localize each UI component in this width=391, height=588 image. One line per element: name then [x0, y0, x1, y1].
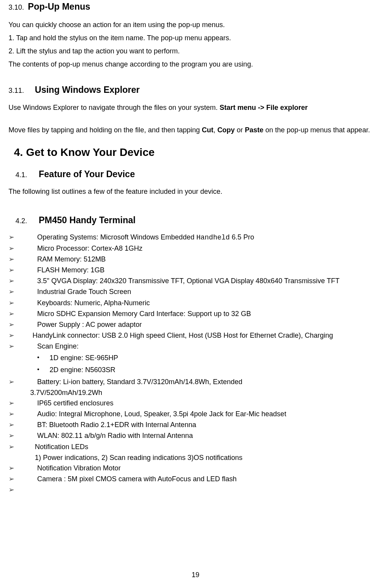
list-item-continuation: 3.7V/5200mAh/19.2Wh — [9, 388, 382, 398]
arrow-icon: ➢ — [9, 320, 37, 330]
arrow-icon: ➢ — [9, 463, 37, 473]
item-text: 1) Power indications, 2) Scan reading in… — [35, 453, 382, 463]
section-number: 3.10. — [9, 2, 24, 13]
list-item: ➢ BT: Bluetooth Radio 2.1+EDR with Inter… — [9, 420, 382, 430]
text: 6.5 Pro — [230, 233, 254, 241]
list-item: ➢ HandyLink connector: USB 2.0 High spee… — [9, 330, 382, 340]
arrow-icon: ➢ — [9, 485, 37, 495]
page-number: 19 — [0, 570, 391, 580]
sub-list-item: • 2D engine: N5603SR — [9, 365, 382, 375]
text: or — [235, 126, 245, 134]
list-item: ➢ Scan Engine: — [9, 341, 382, 351]
item-text: Scan Engine: — [37, 341, 382, 351]
sub-list-item: • 1D engine: SE-965HP — [9, 353, 382, 363]
section-4-2-heading: 4.2. PM450 Handy Terminal — [9, 214, 382, 227]
text: Move files by tapping and holding on the… — [9, 126, 202, 134]
list-item: ➢ Power Supply : AC power adaptor — [9, 320, 382, 330]
item-text: IP65 certified enclosures — [37, 398, 382, 408]
item-text: Battery: Li-ion battery, Standard 3.7V/3… — [37, 377, 382, 387]
item-text: BT: Bluetooth Radio 2.1+EDR with Interna… — [37, 420, 382, 430]
list-item: ➢ RAM Memory: 512MB — [9, 254, 382, 264]
text: Use Windows Explorer to navigate through… — [9, 104, 220, 111]
list-item-continuation: 1) Power indications, 2) Scan reading in… — [9, 453, 382, 463]
paragraph: 2. Lift the stylus and tap the action yo… — [9, 46, 382, 56]
list-item: ➢ Operating Systems: Microsoft Windows E… — [9, 232, 382, 243]
list-item: ➢ Notification Vibration Motor — [9, 463, 382, 473]
arrow-icon: ➢ — [9, 232, 37, 243]
section-title: Pop-Up Menus — [28, 0, 90, 14]
paragraph: You can quickly choose an action for an … — [9, 20, 382, 30]
dot-icon: • — [37, 365, 50, 375]
item-text: Power Supply : AC power adaptor — [37, 320, 382, 330]
section-number: 4. — [14, 144, 23, 161]
section-number: 4.2. — [15, 216, 27, 226]
list-item: ➢ Industrial Grade Touch Screen — [9, 287, 382, 297]
section-number: 3.11. — [9, 85, 24, 96]
arrow-icon: ➢ — [9, 341, 37, 351]
list-item: ➢ Audio: Integral Microphone, Loud, Spea… — [9, 409, 382, 419]
list-item: ➢ Micro Processor: Cortex-A8 1GHz — [9, 243, 382, 253]
paragraph: Move files by tapping and holding on the… — [9, 125, 382, 135]
paragraph: 1. Tap and hold the stylus on the item n… — [9, 33, 382, 43]
item-text: HandyLink connector: USB 2.0 High speed … — [33, 330, 382, 340]
item-text: 2D engine: N5603SR — [50, 365, 382, 375]
item-text: WLAN: 802.11 a/b/g/n Radio with Internal… — [37, 431, 382, 441]
list-item: ➢ Notification LEDs — [9, 442, 382, 452]
list-item-empty: ➢ — [9, 485, 382, 495]
bold-text: Paste — [245, 126, 263, 134]
paragraph: Use Windows Explorer to navigate through… — [9, 103, 382, 113]
arrow-icon: ➢ — [9, 298, 37, 308]
section-3-10-heading: 3.10. Pop-Up Menus — [9, 0, 382, 14]
item-text: Industrial Grade Touch Screen — [37, 287, 382, 297]
item-text: Notification Vibration Motor — [37, 463, 382, 473]
list-item: ➢ Keyboards: Numeric, Alpha-Numeric — [9, 298, 382, 308]
item-text: 3.5" QVGA Display: 240x320 Transmissive … — [33, 276, 382, 286]
arrow-icon: ➢ — [9, 409, 37, 419]
item-text: Audio: Integral Microphone, Loud, Speake… — [37, 409, 382, 419]
list-item: ➢ FLASH Memory: 1GB — [9, 265, 382, 275]
arrow-icon: ➢ — [9, 474, 37, 484]
list-item: ➢ Micro SDHC Expansion Memory Card Inter… — [9, 309, 382, 319]
section-4-1-heading: 4.1. Feature of Your Device — [9, 168, 382, 181]
item-text: FLASH Memory: 1GB — [37, 265, 382, 275]
dot-icon: • — [37, 353, 50, 363]
bold-text: Start menu -> File explorer — [220, 104, 308, 111]
item-text: Camera : 5M pixel CMOS camera with AutoF… — [37, 474, 382, 484]
arrow-icon: ➢ — [9, 431, 37, 441]
paragraph: The following list outlines a few of the… — [9, 186, 382, 197]
section-title: PM450 Handy Terminal — [39, 214, 135, 227]
arrow-icon: ➢ — [9, 265, 37, 275]
list-item: ➢ Camera : 5M pixel CMOS camera with Aut… — [9, 474, 382, 484]
arrow-icon: ➢ — [9, 254, 37, 264]
item-text: Micro Processor: Cortex-A8 1GHz — [37, 243, 382, 253]
arrow-icon: ➢ — [9, 309, 37, 319]
text: on the pop-up menus that appear. — [263, 126, 370, 134]
item-text: RAM Memory: 512MB — [37, 254, 382, 264]
bold-text: Cut — [202, 126, 213, 134]
item-text: Keyboards: Numeric, Alpha-Numeric — [37, 298, 382, 308]
section-title: Using Windows Explorer — [35, 83, 140, 97]
bold-text: Copy — [217, 126, 235, 134]
item-text: Operating Systems: Microsoft Windows Emb… — [37, 232, 382, 243]
arrow-icon: ➢ — [9, 330, 33, 340]
item-text: 1D engine: SE-965HP — [50, 353, 382, 363]
feature-list: ➢ Operating Systems: Microsoft Windows E… — [9, 232, 382, 495]
section-title: Get to Know Your Device — [26, 144, 154, 161]
arrow-icon: ➢ — [9, 287, 37, 297]
item-text: 3.7V/5200mAh/19.2Wh — [30, 388, 382, 398]
mono-text: Handheld — [196, 234, 230, 241]
paragraph: The contents of pop-up menus change acco… — [9, 59, 382, 70]
item-text: Micro SDHC Expansion Memory Card Interfa… — [37, 309, 382, 319]
item-text: Notification LEDs — [35, 442, 382, 452]
text: 3.5" QVGA Display: 240x320 Transmissive … — [37, 276, 340, 286]
arrow-icon: ➢ — [9, 398, 37, 408]
arrow-icon: ➢ — [9, 442, 37, 452]
section-3-11-heading: 3.11. Using Windows Explorer — [9, 83, 382, 97]
text: , — [213, 126, 217, 134]
list-item: ➢ Battery: Li-ion battery, Standard 3.7V… — [9, 377, 382, 387]
arrow-icon: ➢ — [9, 377, 37, 387]
arrow-icon: ➢ — [9, 243, 37, 253]
text: Operating Systems: Microsoft Windows Emb… — [37, 233, 196, 241]
list-item: ➢ IP65 certified enclosures — [9, 398, 382, 408]
list-item: ➢ 3.5" QVGA Display: 240x320 Transmissiv… — [9, 276, 382, 286]
